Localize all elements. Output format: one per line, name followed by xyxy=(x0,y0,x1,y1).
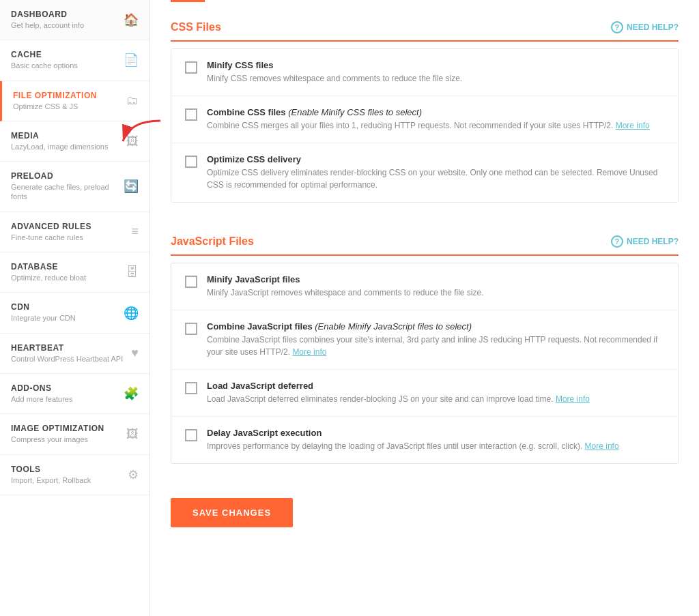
checkbox-combine-js[interactable] xyxy=(185,323,197,335)
sidebar-item-text-preload: PRELOADGenerate cache files, preload fon… xyxy=(11,171,118,202)
sidebar-item-heartbeat[interactable]: HEARTBEATControl WordPress Heartbeat API… xyxy=(0,334,149,374)
sidebar-item-file-optimization[interactable]: FILE OPTIMIZATIONOptimize CSS & JS🗂 xyxy=(0,81,149,121)
sidebar: DASHBOARDGet help, account info🏠CACHEBas… xyxy=(0,0,150,616)
option-row-optimize-css: Optimize CSS deliveryOptimize CSS delive… xyxy=(171,143,678,202)
option-desc-minify-css: Minify CSS removes whitespace and commen… xyxy=(207,72,462,85)
sidebar-item-subtitle-dashboard: Get help, account info xyxy=(11,20,118,30)
sidebar-item-cdn[interactable]: CDNIntegrate your CDN🌐 xyxy=(0,293,149,333)
sidebar-item-subtitle-media: LazyLoad, image dimensions xyxy=(11,142,121,151)
sidebar-item-subtitle-preload: Generate cache files, preload fonts xyxy=(11,182,118,202)
sidebar-item-text-media: MEDIALazyLoad, image dimensions xyxy=(11,131,121,151)
sidebar-item-title-cdn: CDN xyxy=(11,302,118,312)
help-circle-icon-js: ? xyxy=(611,235,623,248)
option-row-minify-js: Minify JavaScript filesMinify JavaScript… xyxy=(171,263,678,310)
sidebar-item-subtitle-heartbeat: Control WordPress Heartbeat API xyxy=(11,354,126,364)
option-desc-minify-js: Minify JavaScript removes whitespace and… xyxy=(207,287,484,299)
js-section-title: JavaScript Files xyxy=(171,235,254,248)
css-need-help-label: NEED HELP? xyxy=(627,23,679,32)
sidebar-item-subtitle-cache: Basic cache options xyxy=(11,61,118,70)
sidebar-icon-image-optimization: 🖼 xyxy=(126,427,139,441)
sidebar-item-text-dashboard: DASHBOARDGet help, account info xyxy=(11,10,118,30)
sidebar-icon-file-optimization: 🗂 xyxy=(126,93,139,108)
option-more-info-load-js-deferred[interactable]: More info xyxy=(556,394,590,404)
option-row-delay-js: Delay JavaScript executionImproves perfo… xyxy=(171,417,678,463)
css-section: CSS Files ? NEED HELP? Minify CSS filesM… xyxy=(171,9,679,203)
js-need-help-label: NEED HELP? xyxy=(627,237,679,246)
option-more-info-combine-css[interactable]: More info xyxy=(616,121,650,130)
sidebar-item-title-advanced-rules: ADVANCED RULES xyxy=(11,222,126,231)
option-main-label-combine-css: Combine CSS files (Enable Minify CSS fil… xyxy=(207,107,650,117)
option-main-label-optimize-css: Optimize CSS delivery xyxy=(207,154,664,164)
checkbox-optimize-css[interactable] xyxy=(185,156,197,168)
js-need-help-button[interactable]: ? NEED HELP? xyxy=(611,235,679,248)
sidebar-item-text-cache: CACHEBasic cache options xyxy=(11,50,118,70)
checkbox-load-js-deferred[interactable] xyxy=(185,382,197,394)
option-label-optimize-css: Optimize CSS deliveryOptimize CSS delive… xyxy=(207,154,664,191)
option-desc-combine-css: Combine CSS merges all your files into 1… xyxy=(207,119,650,132)
sidebar-item-add-ons[interactable]: ADD-ONSAdd more features🧩 xyxy=(0,374,149,414)
top-accent-line xyxy=(171,0,205,2)
option-desc-load-js-deferred: Load JavaScript deferred eliminates rend… xyxy=(207,393,590,405)
option-more-info-delay-js[interactable]: More info xyxy=(585,441,619,451)
help-circle-icon: ? xyxy=(611,21,623,33)
sidebar-item-title-cache: CACHE xyxy=(11,50,118,59)
sidebar-item-subtitle-advanced-rules: Fine-tune cache rules xyxy=(11,233,126,242)
sidebar-item-media[interactable]: MEDIALazyLoad, image dimensions🖼 xyxy=(0,121,149,162)
option-row-minify-css: Minify CSS filesMinify CSS removes white… xyxy=(171,49,678,96)
main-content: CSS Files ? NEED HELP? Minify CSS filesM… xyxy=(150,0,699,616)
option-row-combine-js: Combine JavaScript files (Enable Minify … xyxy=(171,310,678,370)
option-label-delay-js: Delay JavaScript executionImproves perfo… xyxy=(207,428,619,452)
sidebar-item-title-dashboard: DASHBOARD xyxy=(11,10,118,19)
css-section-header: CSS Files ? NEED HELP? xyxy=(171,9,679,42)
sidebar-item-text-image-optimization: IMAGE OPTIMIZATIONCompress your images xyxy=(11,424,121,444)
js-section-header: JavaScript Files ? NEED HELP? xyxy=(171,223,679,256)
sidebar-item-dashboard[interactable]: DASHBOARDGet help, account info🏠 xyxy=(0,0,149,40)
option-row-load-js-deferred: Load JavaScript deferredLoad JavaScript … xyxy=(171,370,678,417)
sidebar-item-advanced-rules[interactable]: ADVANCED RULESFine-tune cache rules≡ xyxy=(0,212,149,252)
sidebar-item-title-image-optimization: IMAGE OPTIMIZATION xyxy=(11,424,121,433)
option-main-label-minify-js: Minify JavaScript files xyxy=(207,274,484,284)
sidebar-icon-heartbeat: ♥ xyxy=(131,346,139,360)
sidebar-item-cache[interactable]: CACHEBasic cache options📄 xyxy=(0,40,149,80)
sidebar-icon-preload: 🔄 xyxy=(124,179,139,194)
sidebar-icon-tools: ⚙ xyxy=(128,467,139,482)
sidebar-item-text-tools: TOOLSImport, Export, Rollback xyxy=(11,465,122,485)
sidebar-item-text-cdn: CDNIntegrate your CDN xyxy=(11,302,118,323)
sidebar-icon-database: 🗄 xyxy=(126,265,139,280)
css-options-box: Minify CSS filesMinify CSS removes white… xyxy=(171,48,679,203)
sidebar-icon-add-ons: 🧩 xyxy=(124,386,139,401)
sidebar-item-preload[interactable]: PRELOADGenerate cache files, preload fon… xyxy=(0,162,149,212)
checkbox-minify-css[interactable] xyxy=(185,61,197,74)
sidebar-icon-cdn: 🌐 xyxy=(124,306,139,321)
option-label-combine-css: Combine CSS files (Enable Minify CSS fil… xyxy=(207,107,650,132)
sidebar-item-title-database: DATABASE xyxy=(11,262,121,272)
css-need-help-button[interactable]: ? NEED HELP? xyxy=(611,21,679,33)
checkbox-combine-css[interactable] xyxy=(185,108,197,121)
js-options-box: Minify JavaScript filesMinify JavaScript… xyxy=(171,263,679,464)
sidebar-item-text-database: DATABASEOptimize, reduce bloat xyxy=(11,262,121,282)
option-label-minify-css: Minify CSS filesMinify CSS removes white… xyxy=(207,60,462,85)
sidebar-item-subtitle-file-optimization: Optimize CSS & JS xyxy=(13,102,121,111)
checkbox-minify-js[interactable] xyxy=(185,276,197,288)
checkbox-delay-js[interactable] xyxy=(185,429,197,441)
option-more-info-combine-js[interactable]: More info xyxy=(292,347,326,357)
sidebar-icon-dashboard: 🏠 xyxy=(124,12,139,27)
sidebar-item-text-heartbeat: HEARTBEATControl WordPress Heartbeat API xyxy=(11,343,126,364)
sidebar-item-tools[interactable]: TOOLSImport, Export, Rollback⚙ xyxy=(0,455,149,495)
option-main-label-combine-js: Combine JavaScript files (Enable Minify … xyxy=(207,321,664,332)
sidebar-item-subtitle-database: Optimize, reduce bloat xyxy=(11,273,121,282)
option-main-label-delay-js: Delay JavaScript execution xyxy=(207,428,619,438)
save-changes-button[interactable]: SAVE CHANGES xyxy=(171,498,293,527)
sidebar-item-subtitle-add-ons: Add more features xyxy=(11,394,118,404)
sidebar-item-title-media: MEDIA xyxy=(11,131,121,141)
sidebar-icon-media: 🖼 xyxy=(126,134,139,149)
sidebar-item-text-add-ons: ADD-ONSAdd more features xyxy=(11,383,118,404)
option-label-minify-js: Minify JavaScript filesMinify JavaScript… xyxy=(207,274,484,299)
sidebar-item-text-file-optimization: FILE OPTIMIZATIONOptimize CSS & JS xyxy=(13,91,121,111)
sidebar-item-title-add-ons: ADD-ONS xyxy=(11,383,118,393)
sidebar-item-title-preload: PRELOAD xyxy=(11,171,118,181)
option-desc-combine-js: Combine JavaScript files combines your s… xyxy=(207,334,664,358)
sidebar-item-image-optimization[interactable]: IMAGE OPTIMIZATIONCompress your images🖼 xyxy=(0,414,149,454)
sidebar-item-database[interactable]: DATABASEOptimize, reduce bloat🗄 xyxy=(0,252,149,293)
js-section: JavaScript Files ? NEED HELP? Minify Jav… xyxy=(171,223,679,464)
